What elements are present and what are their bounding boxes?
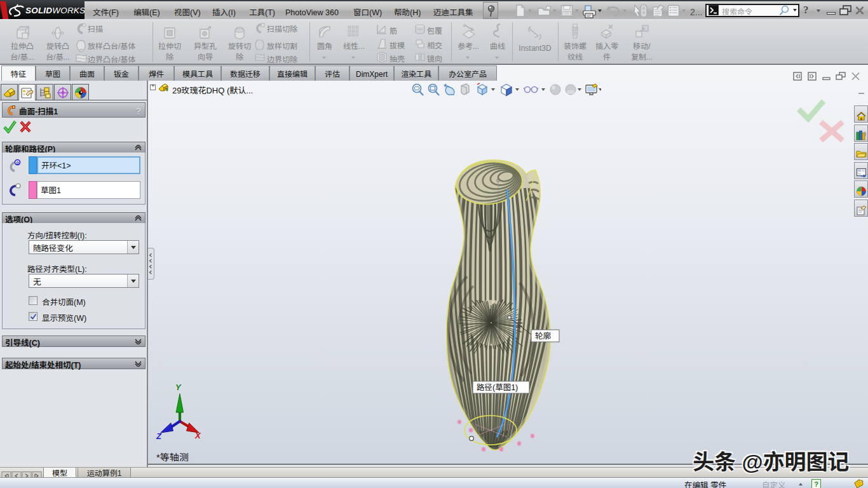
svg-text:轮廓: 轮廓 xyxy=(535,329,551,341)
svg-text:Z: Z xyxy=(156,430,162,442)
svg-text:路径(草图1): 路径(草图1) xyxy=(477,381,518,393)
svg-text:Y: Y xyxy=(175,381,182,393)
svg-text:0: 0 xyxy=(17,159,20,166)
svg-text:X: X xyxy=(194,429,201,441)
